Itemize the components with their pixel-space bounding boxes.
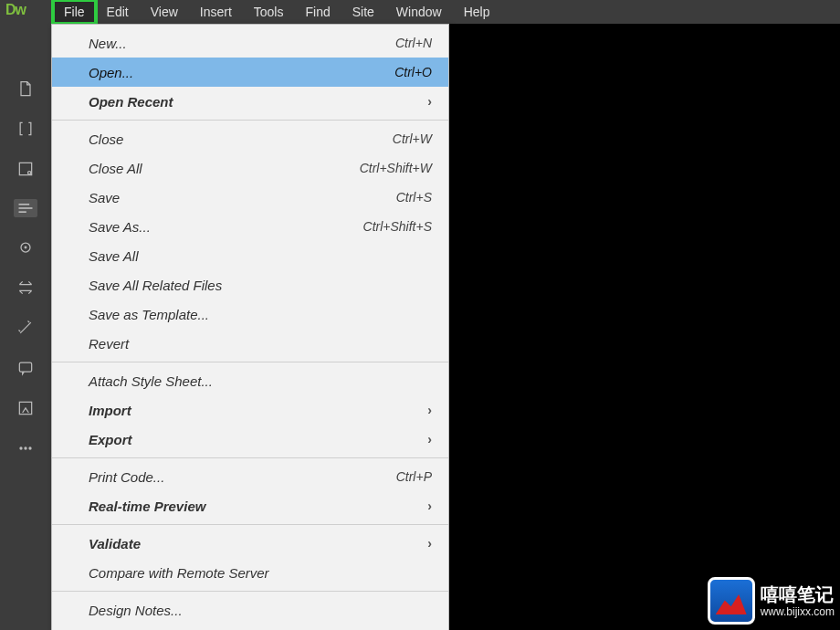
chevron-right-icon: › <box>427 432 432 446</box>
menu-item-label: Close <box>89 131 123 147</box>
brackets-icon[interactable] <box>16 119 36 139</box>
menu-item-label: Attach Style Sheet... <box>89 373 213 389</box>
menubar: Dw FileEditViewInsertToolsFindSiteWindow… <box>0 0 840 24</box>
menu-item-shortcut: Ctrl+Shift+W <box>360 161 432 175</box>
insert-icon[interactable] <box>16 398 36 418</box>
svg-point-10 <box>24 446 26 449</box>
chevron-right-icon: › <box>427 94 432 109</box>
menu-item-label: Real-time Preview <box>89 499 205 514</box>
menu-window[interactable]: Window <box>385 0 453 24</box>
menu-separator <box>52 457 448 458</box>
menu-separator <box>52 524 448 525</box>
assets-icon[interactable] <box>16 159 36 179</box>
menu-view[interactable]: View <box>140 0 189 24</box>
menu-file[interactable]: File <box>53 0 96 24</box>
menu-item-label: Save as Template... <box>89 307 209 322</box>
menu-item-real-time-preview[interactable]: Real-time Preview› <box>52 491 448 520</box>
menu-item-save[interactable]: SaveCtrl+S <box>52 183 448 212</box>
file-icon[interactable] <box>16 79 36 99</box>
menu-item-label: Revert <box>89 336 129 352</box>
menu-item-label: Save As... <box>89 219 151 235</box>
svg-rect-4 <box>19 211 26 213</box>
menu-separator <box>52 591 448 592</box>
app-badge: Dw <box>5 2 26 18</box>
menu-item-save-all[interactable]: Save All <box>52 241 448 270</box>
svg-rect-7 <box>19 362 31 372</box>
menu-item-export[interactable]: Export› <box>52 425 448 454</box>
lines-icon[interactable] <box>14 199 37 217</box>
svg-rect-3 <box>19 207 33 209</box>
menu-item-save-as[interactable]: Save As...Ctrl+Shift+S <box>52 212 448 241</box>
menu-edit[interactable]: Edit <box>96 0 140 24</box>
more-icon[interactable] <box>16 438 36 458</box>
menu-item-label: Open... <box>89 65 133 80</box>
menu-item-shortcut: Ctrl+O <box>394 65 432 79</box>
menu-item-label: Validate <box>89 536 141 551</box>
menu-item-save-all-related-files[interactable]: Save All Related Files <box>52 270 448 299</box>
menu-help[interactable]: Help <box>453 0 501 24</box>
svg-point-9 <box>19 446 22 449</box>
menu-item-label: Save <box>89 190 120 205</box>
menu-tools[interactable]: Tools <box>243 0 295 24</box>
watermark-logo-icon <box>708 577 755 625</box>
svg-point-1 <box>28 172 31 174</box>
svg-point-6 <box>25 247 26 248</box>
menu-item-shortcut: Ctrl+P <box>396 469 432 484</box>
svg-rect-0 <box>19 163 31 174</box>
menu-site[interactable]: Site <box>341 0 385 24</box>
menu-item-label: Save All Related Files <box>89 278 222 293</box>
watermark-line1: 嘻嘻笔记 <box>761 583 835 605</box>
menu-item-label: Import <box>89 403 131 418</box>
menu-item-revert[interactable]: Revert <box>52 329 448 358</box>
menu-item-design-notes[interactable]: Design Notes... <box>52 595 448 625</box>
menu-item-shortcut: Ctrl+Shift+S <box>363 219 432 234</box>
left-sidebar <box>0 24 51 630</box>
menu-item-shortcut: Ctrl+W <box>393 131 432 146</box>
chevron-right-icon: › <box>427 536 432 551</box>
menu-separator <box>52 120 448 121</box>
menu-item-attach-style-sheet[interactable]: Attach Style Sheet... <box>52 366 448 395</box>
menu-item-page-properties[interactable]: Page Properties... <box>52 625 448 630</box>
svg-point-11 <box>28 446 31 449</box>
chat-icon[interactable] <box>16 358 36 378</box>
menu-separator <box>52 362 448 362</box>
watermark-line2: www.bijixx.com <box>761 605 835 618</box>
file-menu-dropdown: New...Ctrl+NOpen...Ctrl+OOpen Recent›Clo… <box>51 24 449 630</box>
menu-item-compare-with-remote-server[interactable]: Compare with Remote Server <box>52 558 448 587</box>
chevron-right-icon: › <box>427 499 432 513</box>
menu-item-close-all[interactable]: Close AllCtrl+Shift+W <box>52 153 448 183</box>
menu-item-print-code[interactable]: Print Code...Ctrl+P <box>52 462 448 491</box>
menu-item-label: New... <box>89 36 127 51</box>
menu-item-open[interactable]: Open...Ctrl+O <box>52 58 448 87</box>
menu-item-label: Compare with Remote Server <box>89 565 269 581</box>
watermark-text: 嘻嘻笔记 www.bijixx.com <box>761 583 835 618</box>
menu-item-label: Design Notes... <box>89 603 183 618</box>
layers-icon[interactable] <box>16 278 36 298</box>
menu-item-label: Save All <box>89 248 138 264</box>
menu-item-label: Export <box>89 432 132 447</box>
menu-item-label: Print Code... <box>89 469 164 485</box>
menu-item-close[interactable]: CloseCtrl+W <box>52 124 448 153</box>
chevron-right-icon: › <box>427 403 432 417</box>
menu-item-label: Close All <box>89 161 142 176</box>
wand-icon[interactable] <box>16 318 36 338</box>
menu-item-import[interactable]: Import› <box>52 395 448 425</box>
menu-item-validate[interactable]: Validate› <box>52 529 448 558</box>
menu-item-save-as-template[interactable]: Save as Template... <box>52 299 448 329</box>
target-icon[interactable] <box>16 237 36 257</box>
menu-item-shortcut: Ctrl+N <box>395 36 432 50</box>
menu-insert[interactable]: Insert <box>189 0 243 24</box>
svg-rect-2 <box>19 204 30 205</box>
menu-item-new[interactable]: New...Ctrl+N <box>52 28 448 58</box>
app-window: Dw FileEditViewInsertToolsFindSiteWindow… <box>0 0 840 630</box>
menu-item-shortcut: Ctrl+S <box>396 190 432 205</box>
menu-item-open-recent[interactable]: Open Recent› <box>52 87 448 116</box>
watermark: 嘻嘻笔记 www.bijixx.com <box>708 577 835 625</box>
menu-find[interactable]: Find <box>294 0 341 24</box>
menu-item-label: Open Recent <box>89 94 173 110</box>
